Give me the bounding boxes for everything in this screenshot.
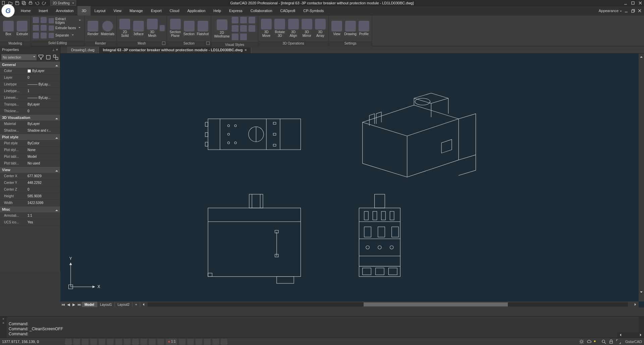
vs-icon-7[interactable] xyxy=(232,33,238,40)
layer-toggle-icon[interactable] xyxy=(132,339,139,345)
solid-edit-icon-1[interactable] xyxy=(33,17,39,23)
command-h-scroll[interactable] xyxy=(617,332,644,338)
doc-tab-close-icon[interactable]: × xyxy=(245,48,247,52)
prop-value[interactable]: ByLayer xyxy=(26,68,60,74)
doc-tab[interactable]: Drawing1.dwg xyxy=(67,47,99,53)
prop-row[interactable]: UCS ico...Yes xyxy=(0,219,60,226)
prop-category[interactable]: Misc xyxy=(0,206,60,212)
notification-icon[interactable]: ● xyxy=(594,339,599,344)
menu-tab-view[interactable]: View xyxy=(110,6,126,15)
polar-toggle-icon[interactable] xyxy=(90,339,97,345)
menu-tab-cloud[interactable]: Cloud xyxy=(166,6,183,15)
menu-tab-3d[interactable]: 3D xyxy=(77,6,90,15)
menu-tab-application[interactable]: Application xyxy=(183,6,210,15)
cmd-scroll-right-icon[interactable] xyxy=(639,332,644,338)
vs-icon-3[interactable] xyxy=(249,17,255,23)
scroll-down-icon[interactable] xyxy=(639,290,644,295)
prop-row[interactable]: MaterialByLayer xyxy=(0,121,60,127)
rotate-3d-button[interactable]: Rotate 3D xyxy=(274,17,286,40)
cmd-close-icon[interactable]: × xyxy=(2,317,4,321)
select-objects-icon[interactable] xyxy=(45,54,51,60)
isolate-icon[interactable] xyxy=(212,339,219,345)
tab-layout2[interactable]: Layout2 xyxy=(115,302,132,307)
solid-edit-icon-2[interactable] xyxy=(41,17,47,23)
box-button[interactable]: Box xyxy=(2,17,15,40)
drawing-button[interactable]: Drawing xyxy=(344,17,357,40)
cloud-sync-icon[interactable] xyxy=(586,339,592,344)
menu-tab-home[interactable]: Home xyxy=(17,6,35,15)
prop-row[interactable]: Linetype——— ByLay... xyxy=(0,81,60,88)
prop-category[interactable]: General xyxy=(0,62,60,68)
3d-align-button[interactable]: 3D Align xyxy=(287,17,299,40)
prop-row[interactable]: Transpa...ByLayer xyxy=(0,101,60,108)
prop-row[interactable]: Height585.9038 xyxy=(0,193,60,200)
prop-row[interactable]: Center Y448.2292 xyxy=(0,180,60,186)
doc-tab[interactable]: Integral 63 -3P contactor breaker withou… xyxy=(99,47,251,53)
menu-tab-annotation[interactable]: Annotation xyxy=(52,6,78,15)
save-icon[interactable] xyxy=(15,1,19,5)
hardware-accel-icon[interactable] xyxy=(204,339,211,345)
grid-toggle-icon[interactable] xyxy=(65,339,72,345)
modeltab-next-icon[interactable]: ▶ xyxy=(71,302,76,307)
3d-mirror-button[interactable]: 3D Mirror xyxy=(301,17,313,40)
prop-row[interactable]: Plot styleByColor xyxy=(0,140,60,147)
vs-icon-8[interactable] xyxy=(240,33,247,40)
prop-category[interactable]: Plot style xyxy=(0,134,60,140)
workspace-switch-icon[interactable] xyxy=(196,339,202,345)
isoplane-toggle-icon[interactable] xyxy=(141,339,147,345)
auto-scale-icon[interactable] xyxy=(187,339,194,345)
menu-tab-help[interactable]: Help xyxy=(209,6,225,15)
menu-tab-layout[interactable]: Layout xyxy=(91,6,110,15)
vs-icon-1[interactable] xyxy=(232,17,238,23)
solid-edit-icon-5[interactable] xyxy=(33,32,39,39)
section-plane-button[interactable]: Section Plane xyxy=(169,17,181,40)
solid-edit-icon-6[interactable] xyxy=(41,32,47,39)
minimize-doc-icon[interactable] xyxy=(624,8,629,13)
h-scroll-thumb[interactable] xyxy=(364,302,508,306)
scroll-up-icon[interactable] xyxy=(639,54,644,59)
snap-toggle-icon[interactable] xyxy=(73,339,80,345)
tab-model[interactable]: Model xyxy=(82,302,97,307)
solid-edit-icon-4[interactable] xyxy=(41,25,47,31)
lineweight-toggle-icon[interactable] xyxy=(115,339,122,345)
solid-edit-icon-3[interactable] xyxy=(33,25,39,31)
section-button[interactable]: Section xyxy=(183,17,195,40)
prop-value[interactable]: Model xyxy=(26,153,60,160)
prop-row[interactable]: Annotati...1:1 xyxy=(0,212,60,219)
prop-value[interactable]: None xyxy=(26,147,60,153)
undo-icon[interactable] xyxy=(35,1,40,5)
drawing-canvas[interactable]: X Y xyxy=(60,54,644,307)
close-icon[interactable] xyxy=(638,1,643,5)
modeltab-prev-icon[interactable]: ◀ xyxy=(66,302,71,307)
clean-screen-icon[interactable] xyxy=(221,339,227,345)
extrude-faces-button[interactable]: Extrude faces xyxy=(49,25,82,31)
prop-value[interactable]: 448.2292 xyxy=(26,180,60,186)
menu-tab-cadprofi[interactable]: CADprofi xyxy=(276,6,300,15)
2d-solid-button[interactable]: 2D Solid xyxy=(119,17,131,40)
prop-value[interactable]: 1 xyxy=(26,88,60,94)
prop-value[interactable]: ——— ByLay... xyxy=(26,81,60,87)
minimize-icon[interactable] xyxy=(623,1,628,5)
prop-row[interactable]: ColorByLayer xyxy=(0,68,60,74)
prop-value[interactable]: 585.9038 xyxy=(26,193,60,199)
close-doc-icon[interactable] xyxy=(637,8,642,13)
redo-icon[interactable] xyxy=(42,1,46,5)
modeltab-last-icon[interactable]: ⏭ xyxy=(76,302,82,307)
prop-row[interactable]: Linewei...——— ByLay... xyxy=(0,94,60,101)
osnap-toggle-icon[interactable] xyxy=(99,339,105,345)
prop-value[interactable]: ——— ByLay... xyxy=(26,94,60,101)
prop-value[interactable]: 1422.5399 xyxy=(26,200,60,206)
appearance-button[interactable]: Appearance xyxy=(599,9,622,13)
materials-button[interactable]: Materials xyxy=(101,17,114,40)
mesh-extra-icon[interactable] xyxy=(160,25,165,31)
ortho-toggle-icon[interactable] xyxy=(82,339,89,345)
prop-value[interactable]: No used xyxy=(26,160,60,166)
annotation-visibility-icon[interactable] xyxy=(179,339,185,345)
view-button[interactable]: View xyxy=(331,17,343,40)
selection-dropdown[interactable]: No selection xyxy=(1,54,37,60)
prop-value[interactable]: 1:1 xyxy=(26,212,60,219)
menu-tab-cp-symbols[interactable]: CP-Symbols xyxy=(299,6,328,15)
vs-icon-5[interactable] xyxy=(240,25,247,32)
prop-category[interactable]: 3D Visualization xyxy=(0,115,60,121)
cmd-scroll-left-icon[interactable] xyxy=(617,332,623,338)
